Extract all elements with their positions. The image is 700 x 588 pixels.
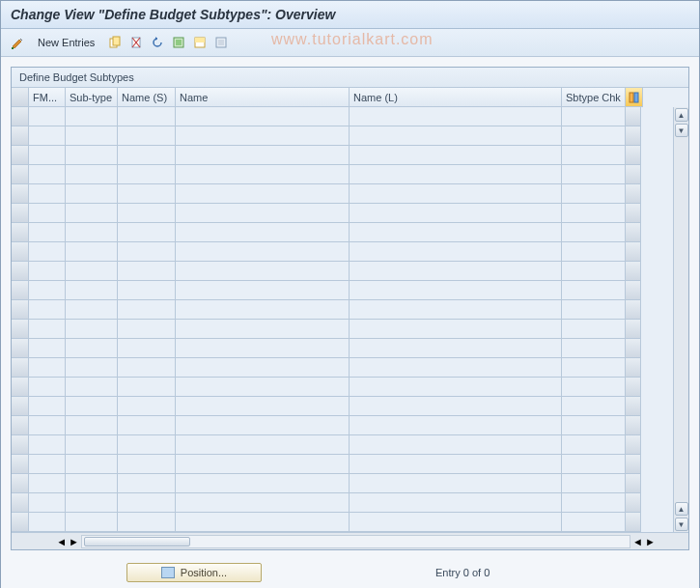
cell-subtype[interactable] <box>66 339 118 358</box>
cell-name[interactable] <box>176 358 350 378</box>
table-row[interactable] <box>12 493 688 513</box>
cell-name-l[interactable] <box>350 339 562 358</box>
cell-name[interactable] <box>176 474 350 493</box>
cell-subtype[interactable] <box>66 126 118 146</box>
scroll-right2-icon[interactable]: ► <box>645 536 656 547</box>
cell-fm[interactable] <box>29 281 66 300</box>
cell-name-l[interactable] <box>350 513 562 532</box>
row-selector[interactable] <box>12 474 29 493</box>
cell-subtype[interactable] <box>66 300 118 320</box>
cell-fm[interactable] <box>29 435 66 455</box>
cell-name[interactable] <box>176 397 350 416</box>
cell-name[interactable] <box>176 204 350 223</box>
cell-subtype[interactable] <box>66 262 118 281</box>
cell-name[interactable] <box>176 242 350 262</box>
cell-name-l[interactable] <box>350 416 562 435</box>
row-selector[interactable] <box>12 513 29 532</box>
table-row[interactable] <box>12 339 688 358</box>
copy-as-icon[interactable] <box>106 34 124 51</box>
cell-name-s[interactable] <box>118 262 176 281</box>
cell-name[interactable] <box>176 339 350 358</box>
col-header-name[interactable]: Name <box>176 88 350 107</box>
table-row[interactable] <box>12 416 688 435</box>
cell-name[interactable] <box>176 435 350 455</box>
row-selector[interactable] <box>12 146 29 165</box>
table-row[interactable] <box>12 378 688 397</box>
cell-name-s[interactable] <box>118 107 176 126</box>
cell-name-s[interactable] <box>118 184 176 204</box>
cell-sbtype-chk[interactable] <box>562 184 626 204</box>
cell-name-l[interactable] <box>350 107 562 126</box>
cell-name-l[interactable] <box>350 281 562 300</box>
scroll-down-icon[interactable]: ▼ <box>675 124 688 137</box>
cell-subtype[interactable] <box>66 184 118 204</box>
scroll-right-icon[interactable]: ► <box>69 536 79 547</box>
cell-name-l[interactable] <box>350 378 562 397</box>
row-selector[interactable] <box>12 300 29 320</box>
cell-name-l[interactable] <box>350 358 562 378</box>
cell-sbtype-chk[interactable] <box>562 223 626 242</box>
table-row[interactable] <box>12 126 688 146</box>
cell-name[interactable] <box>176 223 350 242</box>
table-row[interactable] <box>12 474 688 493</box>
cell-subtype[interactable] <box>66 165 118 184</box>
cell-sbtype-chk[interactable] <box>562 300 626 320</box>
cell-name[interactable] <box>176 300 350 320</box>
cell-name-s[interactable] <box>118 165 176 184</box>
cell-subtype[interactable] <box>66 281 118 300</box>
cell-name-s[interactable] <box>118 397 176 416</box>
row-selector[interactable] <box>12 455 29 474</box>
scroll-left-icon[interactable]: ◄ <box>56 536 67 547</box>
cell-name[interactable] <box>176 378 350 397</box>
cell-fm[interactable] <box>29 320 66 339</box>
cell-fm[interactable] <box>29 184 66 204</box>
row-selector[interactable] <box>12 165 29 184</box>
cell-fm[interactable] <box>29 126 66 146</box>
table-row[interactable] <box>12 435 688 455</box>
cell-fm[interactable] <box>29 165 66 184</box>
toggle-edit-icon[interactable] <box>9 34 26 51</box>
cell-subtype[interactable] <box>66 435 118 455</box>
cell-name[interactable] <box>176 107 350 126</box>
cell-name-l[interactable] <box>350 300 562 320</box>
cell-name-s[interactable] <box>118 242 176 262</box>
cell-name[interactable] <box>176 184 350 204</box>
cell-sbtype-chk[interactable] <box>562 146 626 165</box>
cell-name-s[interactable] <box>118 126 176 146</box>
cell-name-l[interactable] <box>350 184 562 204</box>
table-row[interactable] <box>12 146 688 165</box>
cell-subtype[interactable] <box>66 397 118 416</box>
cell-sbtype-chk[interactable] <box>562 474 626 493</box>
cell-subtype[interactable] <box>66 378 118 397</box>
cell-name-l[interactable] <box>350 397 562 416</box>
cell-name-s[interactable] <box>118 281 176 300</box>
cell-sbtype-chk[interactable] <box>562 435 626 455</box>
cell-name-s[interactable] <box>118 416 176 435</box>
scroll-up2-icon[interactable]: ▲ <box>675 502 688 516</box>
delete-icon[interactable] <box>127 34 145 51</box>
table-row[interactable] <box>12 300 688 320</box>
cell-name-s[interactable] <box>118 455 176 474</box>
row-selector[interactable] <box>12 416 29 435</box>
cell-subtype[interactable] <box>66 204 118 223</box>
cell-name-l[interactable] <box>350 146 562 165</box>
cell-name-s[interactable] <box>118 320 176 339</box>
cell-name[interactable] <box>176 493 350 513</box>
cell-name-s[interactable] <box>118 358 176 378</box>
vertical-scrollbar[interactable]: ▲ ▼ ▲ ▼ <box>673 107 688 532</box>
cell-name-l[interactable] <box>350 474 562 493</box>
cell-sbtype-chk[interactable] <box>562 126 626 146</box>
position-button[interactable]: Position... <box>126 563 262 582</box>
table-row[interactable] <box>12 107 688 126</box>
cell-fm[interactable] <box>29 358 66 378</box>
row-selector[interactable] <box>12 262 29 281</box>
cell-sbtype-chk[interactable] <box>562 107 626 126</box>
row-selector[interactable] <box>12 184 29 204</box>
table-row[interactable] <box>12 165 688 184</box>
cell-sbtype-chk[interactable] <box>562 339 626 358</box>
cell-name[interactable] <box>176 262 350 281</box>
scroll-down2-icon[interactable]: ▼ <box>675 518 688 531</box>
row-selector[interactable] <box>12 358 29 378</box>
row-selector[interactable] <box>12 435 29 455</box>
cell-name[interactable] <box>176 416 350 435</box>
